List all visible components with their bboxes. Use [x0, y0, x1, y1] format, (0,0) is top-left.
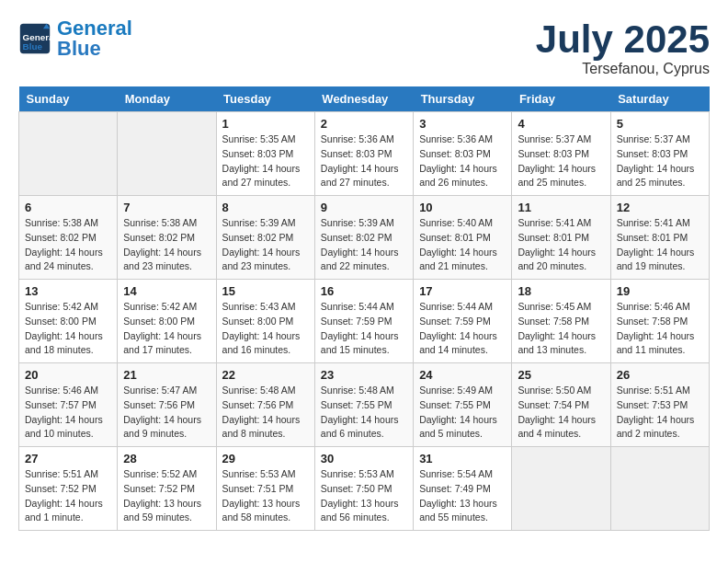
calendar-cell: 22Sunrise: 5:48 AMSunset: 7:56 PMDayligh… [216, 363, 314, 447]
day-number: 13 [25, 284, 111, 298]
day-detail: Sunrise: 5:53 AMSunset: 7:50 PMDaylight:… [321, 467, 407, 525]
day-detail: Sunrise: 5:48 AMSunset: 7:56 PMDaylight:… [222, 384, 309, 442]
day-number: 19 [617, 284, 703, 298]
day-detail: Sunrise: 5:52 AMSunset: 7:52 PMDaylight:… [123, 467, 210, 525]
logo-icon: General Blue [18, 22, 51, 55]
day-number: 14 [123, 284, 210, 298]
calendar-cell: 20Sunrise: 5:46 AMSunset: 7:57 PMDayligh… [19, 363, 118, 447]
day-detail: Sunrise: 5:54 AMSunset: 7:49 PMDaylight:… [419, 467, 506, 525]
calendar-cell: 31Sunrise: 5:54 AMSunset: 7:49 PMDayligh… [414, 447, 512, 531]
day-number: 7 [123, 201, 210, 214]
calendar-cell [118, 112, 216, 196]
calendar-cell: 12Sunrise: 5:41 AMSunset: 8:01 PMDayligh… [610, 196, 709, 280]
day-detail: Sunrise: 5:41 AMSunset: 8:01 PMDaylight:… [617, 216, 703, 274]
calendar-cell: 21Sunrise: 5:47 AMSunset: 7:56 PMDayligh… [118, 363, 216, 447]
day-detail: Sunrise: 5:38 AMSunset: 8:02 PMDaylight:… [123, 216, 210, 274]
calendar-cell [19, 112, 118, 196]
column-header-thursday: Thursday [414, 86, 512, 112]
column-header-saturday: Saturday [610, 86, 709, 112]
calendar-cell: 19Sunrise: 5:46 AMSunset: 7:58 PMDayligh… [610, 280, 709, 363]
calendar-cell: 16Sunrise: 5:44 AMSunset: 7:59 PMDayligh… [314, 280, 413, 363]
column-header-sunday: Sunday [19, 86, 118, 112]
day-detail: Sunrise: 5:46 AMSunset: 7:58 PMDaylight:… [617, 300, 703, 358]
day-detail: Sunrise: 5:40 AMSunset: 8:01 PMDaylight:… [419, 216, 506, 274]
day-number: 31 [419, 452, 506, 465]
day-number: 8 [222, 201, 309, 214]
day-number: 20 [25, 368, 111, 382]
calendar-cell: 10Sunrise: 5:40 AMSunset: 8:01 PMDayligh… [414, 196, 512, 280]
calendar-cell: 6Sunrise: 5:38 AMSunset: 8:02 PMDaylight… [19, 196, 118, 280]
calendar-cell: 1Sunrise: 5:35 AMSunset: 8:03 PMDaylight… [216, 112, 314, 196]
title-block: July 2025 Tersefanou, Cyprus [536, 18, 710, 77]
day-detail: Sunrise: 5:47 AMSunset: 7:56 PMDaylight:… [123, 384, 210, 442]
calendar-cell [610, 447, 709, 531]
day-detail: Sunrise: 5:41 AMSunset: 8:01 PMDaylight:… [518, 216, 604, 274]
day-detail: Sunrise: 5:46 AMSunset: 7:57 PMDaylight:… [25, 384, 111, 442]
day-number: 17 [419, 284, 506, 298]
day-detail: Sunrise: 5:36 AMSunset: 8:03 PMDaylight:… [419, 132, 506, 190]
calendar-cell: 13Sunrise: 5:42 AMSunset: 8:00 PMDayligh… [19, 280, 118, 363]
day-detail: Sunrise: 5:35 AMSunset: 8:03 PMDaylight:… [222, 132, 309, 190]
day-detail: Sunrise: 5:37 AMSunset: 8:03 PMDaylight:… [518, 132, 604, 190]
day-detail: Sunrise: 5:49 AMSunset: 7:55 PMDaylight:… [419, 384, 506, 442]
calendar-cell: 29Sunrise: 5:53 AMSunset: 7:51 PMDayligh… [216, 447, 314, 531]
day-number: 23 [321, 368, 407, 382]
week-row-1: 1Sunrise: 5:35 AMSunset: 8:03 PMDaylight… [19, 112, 710, 196]
day-detail: Sunrise: 5:42 AMSunset: 8:00 PMDaylight:… [123, 300, 210, 358]
calendar-cell: 11Sunrise: 5:41 AMSunset: 8:01 PMDayligh… [512, 196, 610, 280]
day-detail: Sunrise: 5:45 AMSunset: 7:58 PMDaylight:… [518, 300, 604, 358]
day-number: 1 [222, 117, 309, 131]
day-number: 10 [419, 201, 506, 214]
calendar-cell: 14Sunrise: 5:42 AMSunset: 8:00 PMDayligh… [118, 280, 216, 363]
day-number: 25 [518, 368, 604, 382]
day-number: 24 [419, 368, 506, 382]
week-row-3: 13Sunrise: 5:42 AMSunset: 8:00 PMDayligh… [19, 280, 710, 363]
column-header-tuesday: Tuesday [216, 86, 314, 112]
header-row: SundayMondayTuesdayWednesdayThursdayFrid… [19, 86, 710, 112]
week-row-2: 6Sunrise: 5:38 AMSunset: 8:02 PMDaylight… [19, 196, 710, 280]
day-number: 5 [617, 117, 703, 131]
calendar-cell: 30Sunrise: 5:53 AMSunset: 7:50 PMDayligh… [314, 447, 413, 531]
calendar-cell: 2Sunrise: 5:36 AMSunset: 8:03 PMDaylight… [314, 112, 413, 196]
calendar-cell: 18Sunrise: 5:45 AMSunset: 7:58 PMDayligh… [512, 280, 610, 363]
logo-text: General Blue [57, 18, 132, 59]
calendar-cell [512, 447, 610, 531]
logo: General Blue General Blue [18, 18, 132, 59]
day-detail: Sunrise: 5:48 AMSunset: 7:55 PMDaylight:… [321, 384, 407, 442]
week-row-5: 27Sunrise: 5:51 AMSunset: 7:52 PMDayligh… [19, 447, 710, 531]
day-detail: Sunrise: 5:50 AMSunset: 7:54 PMDaylight:… [518, 384, 604, 442]
page-header: General Blue General Blue July 2025 Ters… [18, 18, 710, 77]
day-number: 6 [25, 201, 111, 214]
calendar-cell: 8Sunrise: 5:39 AMSunset: 8:02 PMDaylight… [216, 196, 314, 280]
day-number: 3 [419, 117, 506, 131]
calendar-table: SundayMondayTuesdayWednesdayThursdayFrid… [18, 86, 710, 531]
day-number: 18 [518, 284, 604, 298]
day-detail: Sunrise: 5:51 AMSunset: 7:53 PMDaylight:… [617, 384, 703, 442]
day-number: 21 [123, 368, 210, 382]
column-header-wednesday: Wednesday [314, 86, 413, 112]
day-number: 2 [321, 117, 407, 131]
calendar-cell: 7Sunrise: 5:38 AMSunset: 8:02 PMDaylight… [118, 196, 216, 280]
day-detail: Sunrise: 5:38 AMSunset: 8:02 PMDaylight:… [25, 216, 111, 274]
day-detail: Sunrise: 5:51 AMSunset: 7:52 PMDaylight:… [25, 467, 111, 525]
calendar-cell: 25Sunrise: 5:50 AMSunset: 7:54 PMDayligh… [512, 363, 610, 447]
calendar-cell: 5Sunrise: 5:37 AMSunset: 8:03 PMDaylight… [610, 112, 709, 196]
month-title: July 2025 [536, 18, 710, 61]
calendar-cell: 4Sunrise: 5:37 AMSunset: 8:03 PMDaylight… [512, 112, 610, 196]
day-number: 29 [222, 452, 309, 465]
day-number: 26 [617, 368, 703, 382]
day-detail: Sunrise: 5:43 AMSunset: 8:00 PMDaylight:… [222, 300, 309, 358]
week-row-4: 20Sunrise: 5:46 AMSunset: 7:57 PMDayligh… [19, 363, 710, 447]
day-detail: Sunrise: 5:39 AMSunset: 8:02 PMDaylight:… [222, 216, 309, 274]
column-header-monday: Monday [118, 86, 216, 112]
day-number: 11 [518, 201, 604, 214]
day-number: 28 [123, 452, 210, 465]
calendar-cell: 15Sunrise: 5:43 AMSunset: 8:00 PMDayligh… [216, 280, 314, 363]
day-detail: Sunrise: 5:44 AMSunset: 7:59 PMDaylight:… [419, 300, 506, 358]
day-number: 16 [321, 284, 407, 298]
calendar-cell: 9Sunrise: 5:39 AMSunset: 8:02 PMDaylight… [314, 196, 413, 280]
calendar-cell: 23Sunrise: 5:48 AMSunset: 7:55 PMDayligh… [314, 363, 413, 447]
day-number: 27 [25, 452, 111, 465]
column-header-friday: Friday [512, 86, 610, 112]
calendar-cell: 3Sunrise: 5:36 AMSunset: 8:03 PMDaylight… [414, 112, 512, 196]
